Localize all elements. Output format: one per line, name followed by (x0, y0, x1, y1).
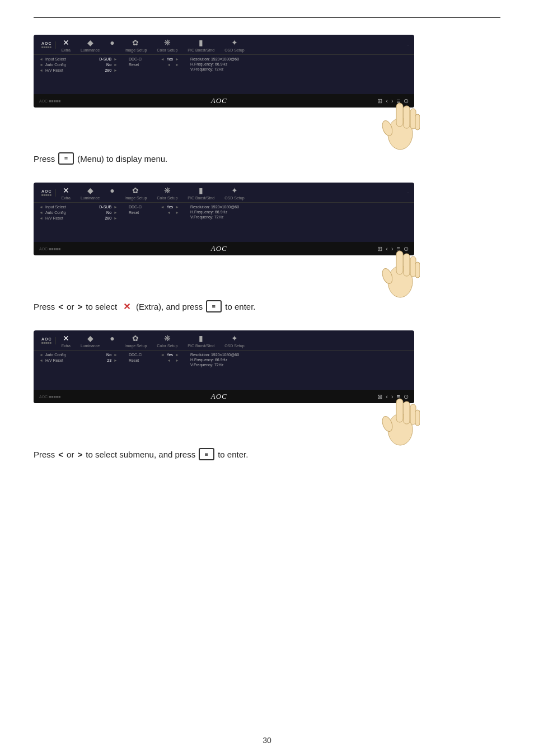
arrow-right-reset-3: ► (175, 358, 179, 362)
arrow-left-reset-3: ◄ (167, 358, 171, 362)
pic-label-1: PIC Boost/Stnd (188, 48, 214, 52)
svg-rect-17 (404, 402, 410, 424)
val-auto-1: No (106, 63, 111, 67)
osd-icon-osd-2: ✦ OSD Setup (224, 186, 244, 200)
instr3-to-enter: to enter. (218, 450, 248, 459)
brand-logo-2: AOC (41, 189, 52, 193)
page-container: AOC ■■■■■ ✕ Extra ◆ Luminance (0, 0, 534, 756)
section-3: AOC ■■■■■ ✕ Extra ◆ Luminance (34, 330, 500, 460)
label-ddc-2: DDC-CI (129, 205, 158, 209)
osd-icon-extra-2: ✕ Extra (62, 186, 71, 200)
brand-strip-1: AOC ■■■■■ (39, 41, 56, 49)
dot-symbol-2: ● (110, 186, 114, 195)
img-label-3: Image Setup (125, 344, 147, 348)
icon-group-1: ✕ Extra ◆ Luminance ● (62, 38, 407, 52)
label-auto-2: Auto Config (45, 211, 104, 214)
osd-left-2: ◄ Input Select D-SUB ► ◄ Auto Config No … (39, 205, 118, 240)
svg-rect-11 (404, 254, 410, 276)
icon-group-3: ✕ Extra ◆ Luminance ● ✿ (62, 334, 409, 348)
arrow-left-hv-2: ◄ (39, 216, 43, 220)
osd-label-1: OSD Setup (224, 48, 244, 52)
instr3-press: Press (34, 450, 55, 459)
label-input-2: Input Select (45, 205, 97, 209)
extra-label-3: Extra (62, 344, 71, 348)
label-hv-1: H/V Reset (45, 68, 102, 72)
instr3-right-nav[interactable]: > (77, 450, 82, 459)
vfreq-info-2: V.Frequency: 72Hz (190, 215, 409, 219)
osd-icon-color-1: ❋ Color Setup (157, 38, 177, 52)
osd-left-1: ◄ Input Select D-SUB ► ◄ Auto Config No … (39, 57, 118, 92)
brand-strip-3: AOC ■■■■■ (39, 337, 56, 344)
hfreq-info-2: H.Frequency: 66.9Hz (190, 210, 409, 214)
val-auto-3: No (106, 353, 111, 357)
svg-rect-19 (415, 410, 420, 426)
instruction-line-3: Press < or > to select submenu, and pres… (34, 448, 500, 460)
hfreq-info-1: H.Frequency: 66.9Hz (190, 62, 409, 66)
instr2-extra-label: (Extra), and press (136, 302, 203, 311)
row-ddc-2: DDC-CI ◄ Yes ► (129, 205, 179, 209)
osd-icon-color-2: ❋ Color Setup (157, 186, 177, 200)
osd-icon-extra-3: ✕ Extra (62, 334, 71, 348)
monitor-screenshot-1: AOC ■■■■■ ✕ Extra ◆ Luminance (34, 35, 414, 108)
pic-symbol-2: ▮ (199, 186, 203, 195)
instruction-line-1: Press ≡ (Menu) to display menu. (34, 152, 500, 165)
instr2-menu-btn[interactable]: ≡ (206, 300, 222, 312)
osd-icon-pic-1: ▮ PIC Boost/Stnd (188, 38, 214, 52)
instr2-right-nav[interactable]: > (77, 302, 82, 311)
arrow-right-reset-1: ► (175, 63, 179, 67)
top-rule (34, 17, 500, 18)
instr1-suffix: (Menu) to display menu. (77, 154, 167, 164)
osd-body-3: ◄ Auto Config No ► ◄ H/V Reset 23 ► (34, 351, 414, 390)
label-hv-3: H/V Reset (45, 358, 105, 362)
instruction-line-2: Press < or > to select ✕ (Extra), and pr… (34, 300, 500, 312)
pic-symbol-3: ▮ (199, 334, 203, 343)
instr2-to-select: to select (86, 302, 117, 311)
instr3-or: or (67, 450, 74, 459)
arrow-left-input-1: ◄ (39, 57, 43, 61)
label-auto-1: Auto Config (45, 63, 104, 67)
row-auto-2: ◄ Auto Config No ► (39, 211, 118, 214)
img-symbol-2: ✿ (132, 186, 139, 195)
arrow-left-hv-1: ◄ (39, 68, 43, 72)
arrow-left-auto-2: ◄ (39, 211, 43, 214)
svg-rect-2 (396, 103, 403, 127)
instr3-left-nav[interactable]: < (58, 450, 63, 459)
osd-logo-left-1: AOC ■■■■■ (39, 99, 60, 103)
osd-icon-img-3: ✿ Image Setup (125, 334, 147, 348)
val-ddc-2: Yes (167, 205, 173, 209)
instr3-menu-btn[interactable]: ≡ (199, 448, 214, 460)
osd-mid-3: DDC-CI ◄ Yes ► Reset ◄ ► (129, 353, 179, 388)
osd-icon-osd-1: ✦ OSD Setup (224, 38, 244, 52)
monitor-screenshot-3: AOC ■■■■■ ✕ Extra ◆ Luminance (34, 330, 414, 403)
osd-icon-dot-1: ● (110, 38, 114, 52)
page-number: 30 (263, 736, 271, 745)
arrow-left-input-2: ◄ (39, 205, 43, 209)
instr2-left-nav[interactable]: < (58, 302, 63, 311)
brand-logo-3: AOC (41, 337, 52, 341)
osd-body-2: ◄ Input Select D-SUB ► ◄ Auto Config No … (34, 203, 414, 242)
osd-top-bar-2: AOC ■■■■■ ✕ Extra ◆ Luminance (34, 183, 414, 203)
pic-symbol-1: ▮ (199, 38, 203, 47)
hfreq-info-3: H.Frequency: 66.9Hz (190, 358, 409, 362)
osd-mid-2: DDC-CI ◄ Yes ► Reset ◄ ► (129, 205, 179, 240)
pic-label-2: PIC Boost/Stnd (188, 196, 214, 200)
row-ddc-1: DDC-CI ◄ Yes ► (129, 57, 179, 61)
lum-symbol-2: ◆ (87, 186, 93, 195)
aoc-logo-1: AOC (211, 96, 227, 105)
color-label-2: Color Setup (157, 196, 177, 200)
icon-group-2: ✕ Extra ◆ Luminance ● (62, 186, 407, 200)
svg-rect-10 (396, 251, 403, 274)
osd-logo-left-3: AOC ■■■■■ (39, 395, 60, 399)
arrow-left-reset-2: ◄ (167, 211, 171, 214)
osd-symbol-1: ✦ (231, 38, 238, 47)
osd-icon-lum-3: ◆ Luminance (81, 334, 100, 348)
res-info-2: Resolution: 1920×1080@60 (190, 205, 409, 209)
lum-symbol-1: ◆ (87, 38, 93, 47)
instr1-menu-btn[interactable]: ≡ (58, 152, 74, 165)
osd-icon-lum-2: ◆ Luminance (81, 186, 100, 200)
arrow-left-ddc-3: ◄ (161, 353, 165, 357)
osd-icon-pic-3: ▮ PIC Boost/Stnd (188, 334, 214, 348)
section-2: AOC ■■■■■ ✕ Extra ◆ Luminance (34, 183, 500, 312)
arrow-right-ddc-1: ► (175, 57, 179, 61)
arrow-right-auto-2: ► (114, 211, 118, 214)
